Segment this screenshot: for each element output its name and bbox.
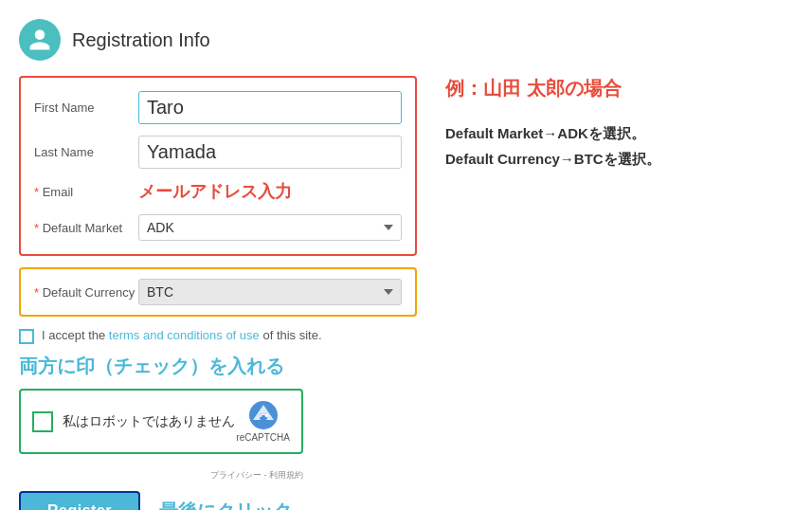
recaptcha-text: 私はロボットではありません — [63, 412, 235, 431]
last-name-label: Last Name — [34, 145, 138, 159]
register-row: Register 最後にクリック — [19, 491, 417, 510]
register-note: 最後にクリック — [159, 499, 292, 511]
check-both-note: 両方に印（チェック）を入れる — [19, 354, 417, 379]
recaptcha-terms-link[interactable]: 利用規約 — [269, 470, 303, 480]
recaptcha-right: reCAPTCHA — [236, 400, 290, 443]
page-title: Registration Info — [72, 29, 210, 51]
last-name-row: Last Name — [34, 136, 402, 169]
email-row: * Email メールアドレス入力 — [34, 180, 402, 203]
first-name-label: First Name — [34, 100, 138, 115]
registration-header: Registration Info — [19, 19, 417, 61]
recaptcha-checkbox[interactable] — [32, 411, 53, 432]
last-name-input[interactable] — [138, 136, 402, 169]
email-label: * Email — [34, 185, 138, 199]
terms-link[interactable]: terms and conditions of use — [109, 328, 260, 342]
avatar-icon — [19, 19, 61, 61]
instruction-text: Default Market→ADKを選択。 Default Currency→… — [445, 120, 793, 172]
recaptcha-left: 私はロボットではありません — [32, 411, 235, 432]
register-button[interactable]: Register — [19, 491, 140, 510]
currency-card: * Default Currency BTC ETH USD — [19, 267, 417, 317]
email-placeholder: メールアドレス入力 — [138, 180, 402, 203]
default-currency-select[interactable]: BTC ETH USD — [138, 279, 402, 305]
terms-checkbox[interactable] — [19, 329, 34, 344]
currency-label: * Default Currency — [34, 285, 138, 300]
recaptcha-logo-icon — [248, 400, 279, 430]
default-market-row: * Default Market ADK — [34, 214, 402, 241]
terms-text: I accept the terms and conditions of use… — [42, 328, 322, 342]
first-name-input[interactable] — [138, 91, 402, 124]
terms-row: I accept the terms and conditions of use… — [19, 328, 417, 344]
default-market-label: * Default Market — [34, 221, 138, 235]
main-form-card: First Name Last Name * Email メールアドレス入力 *… — [19, 76, 417, 256]
recaptcha-privacy-link[interactable]: プライバシー — [210, 470, 262, 480]
instruction-line2: Default Currency→BTCを選択。 — [445, 146, 793, 172]
recaptcha-box: 私はロボットではありません reCAPTCHA — [19, 389, 303, 454]
recaptcha-brand: reCAPTCHA — [236, 432, 290, 443]
example-text: 例：山田 太郎の場合 — [445, 76, 793, 101]
right-panel: 例：山田 太郎の場合 Default Market→ADKを選択。 Defaul… — [417, 19, 793, 510]
default-market-select[interactable]: ADK — [138, 214, 402, 241]
recaptcha-links: プライバシー - 利用規約 — [19, 469, 303, 482]
instruction-line1: Default Market→ADKを選択。 — [445, 120, 793, 146]
first-name-row: First Name — [34, 91, 402, 124]
